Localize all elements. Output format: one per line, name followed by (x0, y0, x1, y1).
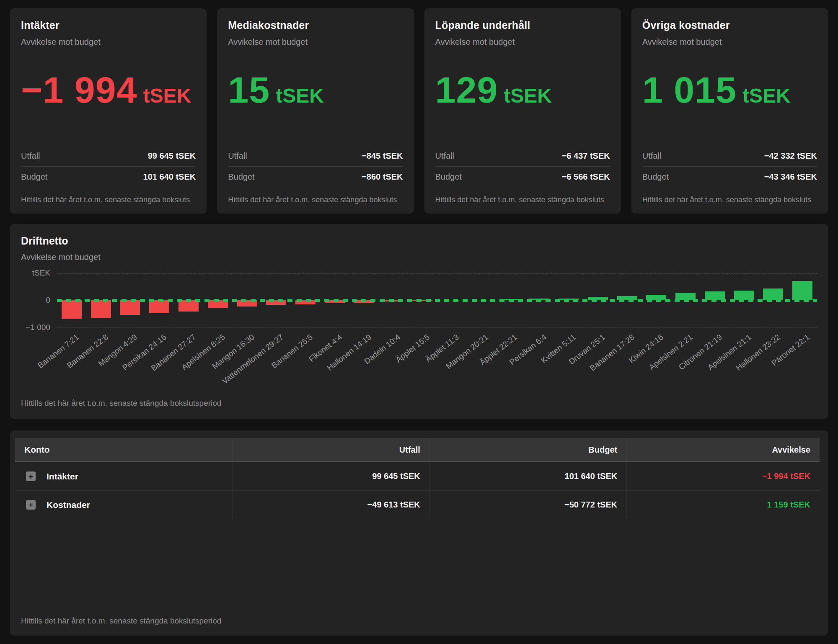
budget-label: Budget (21, 172, 47, 182)
chart-footer-note: Hittills det här året t.o.m. senaste stä… (21, 399, 817, 408)
expand-row-button[interactable]: + (26, 471, 36, 481)
utfall-value: 99 645 tSEK (148, 151, 196, 161)
konto-name: Kostnader (47, 500, 90, 510)
utfall-row: Utfall −6 437 tSEK (435, 146, 610, 166)
card-stats: Utfall −6 437 tSEK Budget −6 566 tSEK (435, 146, 610, 187)
card-title: Löpande underhåll (435, 19, 610, 31)
konto-table-panel: Konto Utfall Budget Avvikelse + Intäkter… (10, 430, 828, 636)
chart-subtitle: Avvikelse mot budget (21, 252, 817, 262)
header-utfall: Utfall (232, 438, 429, 461)
budget-value: −43 346 tSEK (764, 172, 817, 182)
avvikelse-cell: 1 159 tSEK (626, 491, 820, 519)
utfall-label: Utfall (228, 151, 247, 161)
kpi-card-mediakostnader: Mediakostnader Avvikelse mot budget 15 t… (217, 8, 414, 214)
kpi-card-row: Intäkter Avvikelse mot budget −1 994 tSE… (10, 8, 828, 214)
card-footer-note: Hittills det här året t.o.m. senaste stä… (642, 196, 817, 204)
budget-row: Budget −860 tSEK (228, 166, 403, 187)
budget-reference-line (57, 299, 817, 302)
card-stats: Utfall 99 645 tSEK Budget 101 640 tSEK (21, 146, 196, 187)
utfall-label: Utfall (21, 151, 40, 161)
card-subtitle: Avvikelse mot budget (228, 37, 403, 47)
y-axis-unit-label: tSEK (32, 268, 50, 278)
utfall-row: Utfall −42 332 tSEK (642, 146, 817, 166)
chart-bar[interactable] (149, 300, 169, 313)
konto-cell: + Kostnader (15, 491, 232, 519)
konto-table: Konto Utfall Budget Avvikelse + Intäkter… (15, 438, 820, 519)
deviation-value: 1 015 tSEK (642, 69, 817, 111)
y-tick-minus-1000: −1 000 (26, 323, 50, 332)
kpi-card-intakter: Intäkter Avvikelse mot budget −1 994 tSE… (10, 8, 207, 214)
card-title: Intäkter (21, 19, 196, 31)
gridline-plus-1000 (57, 273, 817, 274)
chart-x-labels: Bananen 7:21Bananen 22:8Mangon 4:29Persi… (57, 327, 817, 386)
utfall-label: Utfall (642, 151, 662, 161)
budget-label: Budget (435, 172, 462, 182)
card-stats: Utfall −845 tSEK Budget −860 tSEK (228, 146, 403, 187)
utfall-value: −42 332 tSEK (764, 151, 817, 161)
table-row-kostnader: + Kostnader −49 613 tSEK −50 772 tSEK 1 … (15, 491, 820, 519)
budget-label: Budget (228, 172, 254, 182)
deviation-number: 1 015 (642, 69, 737, 111)
header-avvikelse: Avvikelse (626, 438, 820, 461)
card-subtitle: Avvikelse mot budget (642, 37, 817, 47)
chart-bar[interactable] (120, 300, 140, 315)
card-subtitle: Avvikelse mot budget (435, 37, 610, 47)
dashboard-page: Intäkter Avvikelse mot budget −1 994 tSE… (0, 0, 838, 644)
expand-row-button[interactable]: + (26, 500, 36, 510)
chart-bar[interactable] (91, 300, 111, 318)
deviation-number: 129 (435, 69, 498, 111)
card-stats: Utfall −42 332 tSEK Budget −43 346 tSEK (642, 146, 817, 187)
deviation-value: 129 tSEK (435, 69, 610, 111)
budget-row: Budget −6 566 tSEK (435, 166, 610, 187)
avvikelse-cell: −1 994 tSEK (626, 462, 820, 490)
deviation-unit: tSEK (276, 84, 324, 107)
card-title: Mediakostnader (228, 19, 403, 31)
card-footer-note: Hittills det här året t.o.m. senaste stä… (21, 196, 196, 204)
chart-title: Driftnetto (21, 235, 817, 247)
budget-value: −6 566 tSEK (562, 172, 610, 182)
utfall-cell: −49 613 tSEK (232, 491, 429, 519)
deviation-unit: tSEK (504, 84, 552, 107)
budget-value: −860 tSEK (362, 172, 403, 182)
card-subtitle: Avvikelse mot budget (21, 37, 196, 47)
chart-y-axis: tSEK 0 −1 000 (21, 273, 57, 327)
deviation-unit: tSEK (143, 84, 191, 107)
table-header-row: Konto Utfall Budget Avvikelse (15, 438, 820, 462)
card-footer-note: Hittills det här året t.o.m. senaste stä… (435, 196, 610, 204)
deviation-unit: tSEK (742, 84, 791, 107)
budget-cell: 101 640 tSEK (429, 462, 626, 490)
kpi-card-lopande-underhall: Löpande underhåll Avvikelse mot budget 1… (424, 8, 621, 214)
utfall-value: −6 437 tSEK (562, 151, 610, 161)
deviation-number: 15 (228, 69, 270, 111)
budget-cell: −50 772 tSEK (429, 491, 626, 519)
utfall-cell: 99 645 tSEK (232, 462, 429, 490)
chart-plot (57, 273, 817, 327)
chart-bar[interactable] (62, 300, 82, 319)
card-title: Övriga kostnader (642, 19, 817, 31)
table-footer-note: Hittills det här året t.o.m. senaste stä… (15, 616, 820, 626)
deviation-value: −1 994 tSEK (21, 69, 196, 111)
utfall-row: Utfall 99 645 tSEK (21, 146, 196, 166)
budget-row: Budget 101 640 tSEK (21, 166, 196, 187)
konto-cell: + Intäkter (15, 462, 232, 490)
chart-area: tSEK 0 −1 000 (21, 273, 817, 327)
chart-bar[interactable] (763, 289, 783, 300)
table-row-intakter: + Intäkter 99 645 tSEK 101 640 tSEK −1 9… (15, 462, 820, 491)
budget-label: Budget (642, 172, 669, 182)
budget-row: Budget −43 346 tSEK (642, 166, 817, 187)
utfall-label: Utfall (435, 151, 455, 161)
utfall-row: Utfall −845 tSEK (228, 146, 403, 166)
header-konto: Konto (15, 438, 232, 461)
driftnetto-chart-panel: Driftnetto Avvikelse mot budget tSEK 0 −… (10, 224, 828, 419)
deviation-value: 15 tSEK (228, 69, 403, 111)
chart-bar[interactable] (792, 281, 812, 300)
konto-name: Intäkter (47, 471, 78, 482)
kpi-card-ovriga-kostnader: Övriga kostnader Avvikelse mot budget 1 … (631, 8, 828, 214)
card-footer-note: Hittills det här året t.o.m. senaste stä… (228, 196, 403, 204)
y-tick-zero: 0 (46, 296, 50, 305)
utfall-value: −845 tSEK (362, 151, 403, 161)
budget-value: 101 640 tSEK (143, 172, 196, 182)
header-budget: Budget (429, 438, 626, 461)
deviation-number: −1 994 (21, 69, 137, 111)
